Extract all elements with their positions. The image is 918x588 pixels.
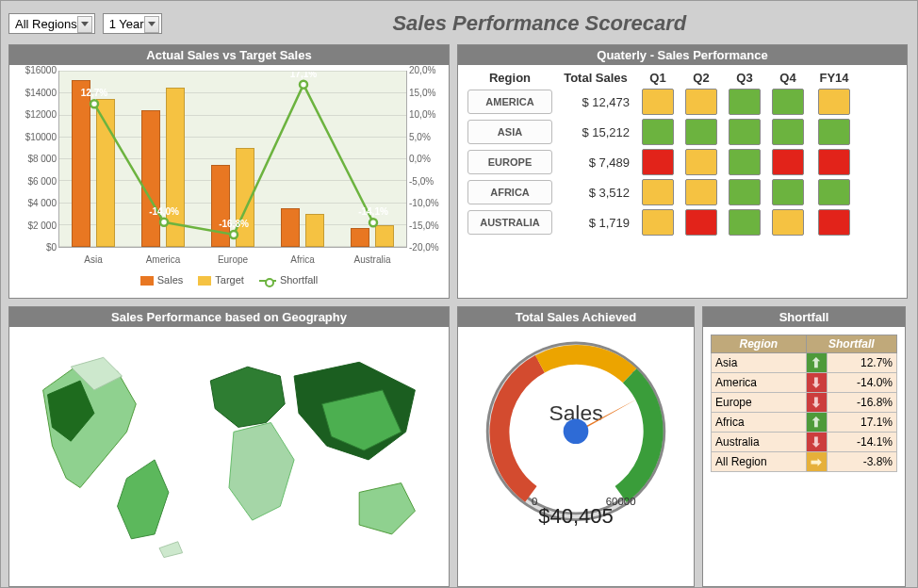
svg-text:-16,8%: -16,8%: [219, 219, 249, 229]
status-box: [818, 149, 850, 175]
status-box: [685, 119, 717, 145]
gauge-value: $40,405: [538, 504, 614, 529]
quarterly-header: Region Total Sales Q1 Q2 Q3 Q4 FY14: [467, 71, 897, 85]
panel-bar-chart: Actual Sales vs Target Sales 12,7%-14,0%…: [8, 44, 450, 299]
status-box: [642, 149, 674, 175]
status-box: [685, 89, 717, 115]
trend-arrow-icon: ➡: [806, 452, 827, 472]
svg-point-0: [90, 100, 98, 107]
status-box: [685, 209, 717, 236]
panel-geo-map: Sales Performance based on Geography: [8, 306, 450, 587]
page-title: Sales Performance Scorecard: [170, 11, 910, 36]
shortfall-row: Europe⬇-16.8%: [712, 393, 897, 413]
status-box: [818, 89, 850, 115]
x-axis-label: Asia: [65, 254, 122, 265]
shortfall-region: Europe: [712, 393, 807, 413]
quarterly-row: AFRICA$ 3,512: [467, 179, 897, 205]
shortfall-row: Australia⬇-14.1%: [712, 433, 897, 452]
shortfall-region: All Region: [712, 452, 807, 472]
region-cell[interactable]: AMERICA: [467, 90, 552, 114]
legend-sales: Sales: [140, 274, 184, 286]
bar-legend: Sales Target Shortfall: [9, 270, 449, 291]
total-sales-cell: $ 1,719: [558, 216, 633, 230]
status-box: [818, 119, 850, 145]
svg-point-2: [160, 219, 168, 226]
status-box: [685, 179, 717, 205]
status-box: [729, 119, 761, 145]
shortfall-row: Asia⬆12.7%: [712, 353, 897, 373]
region-cell[interactable]: AUSTRALIA: [467, 210, 552, 235]
quarterly-row: AUSTRALIA$ 1,719: [467, 209, 897, 236]
shortfall-row: Africa⬆17.1%: [712, 413, 897, 433]
status-box: [729, 149, 761, 175]
trend-arrow-icon: ⬆: [806, 413, 827, 433]
svg-text:12,7%: 12,7%: [81, 88, 107, 98]
svg-text:-14,0%: -14,0%: [149, 206, 179, 217]
status-box: [729, 179, 761, 205]
quarterly-row: EUROPE$ 7,489: [467, 149, 897, 175]
panel-quarterly: Quaterly - Sales Performance Region Tota…: [457, 44, 908, 299]
trend-arrow-icon: ⬇: [806, 393, 827, 413]
region-cell[interactable]: AFRICA: [467, 180, 552, 204]
status-box: [772, 149, 804, 175]
quarterly-table: Region Total Sales Q1 Q2 Q3 Q4 FY14 AMER…: [458, 65, 907, 245]
shortfall-region: America: [712, 373, 807, 393]
x-axis-label: Australia: [344, 254, 401, 265]
status-box: [642, 89, 674, 115]
panel-shortfall: Shortfall Region Shortfall Asia⬆12.7%Ame…: [702, 306, 906, 587]
status-box: [772, 119, 804, 145]
trend-arrow-icon: ⬇: [806, 433, 827, 452]
total-sales-cell: $ 15,212: [558, 125, 633, 139]
svg-text:17,1%: 17,1%: [290, 72, 317, 79]
shortfall-value: 12.7%: [827, 353, 896, 373]
legend-shortfall: Shortfall: [259, 274, 318, 286]
shortfall-table: Region Shortfall Asia⬆12.7%America⬇-14.0…: [711, 335, 897, 472]
region-cell[interactable]: EUROPE: [467, 150, 552, 174]
panel-title-bar: Actual Sales vs Target Sales: [9, 45, 449, 65]
svg-text:-14,1%: -14,1%: [358, 206, 388, 217]
quarterly-row: ASIA$ 15,212: [467, 119, 897, 145]
legend-target: Target: [198, 274, 244, 286]
shortfall-value: 17.1%: [827, 413, 896, 433]
total-sales-cell: $ 3,512: [558, 186, 633, 200]
region-cell[interactable]: ASIA: [467, 120, 552, 144]
shortfall-value: -14.0%: [827, 373, 896, 393]
shortfall-value: -16.8%: [827, 393, 896, 413]
region-filter-dropdown[interactable]: All Regions: [8, 13, 95, 34]
x-axis-label: America: [135, 254, 191, 265]
trend-arrow-icon: ⬇: [806, 373, 827, 393]
gauge-svg: Sales 0 60000: [472, 333, 680, 521]
period-filter-dropdown[interactable]: 1 Year: [103, 13, 162, 34]
shortfall-row: All Region➡-3.8%: [712, 452, 897, 472]
trend-arrow-icon: ⬆: [806, 353, 827, 373]
status-box: [818, 179, 850, 205]
svg-point-17: [564, 418, 589, 444]
x-axis-label: Europe: [205, 254, 261, 265]
dashboard-root: All Regions 1 Year Sales Performance Sco…: [0, 0, 918, 588]
status-box: [642, 179, 674, 205]
status-box: [729, 209, 761, 236]
shortfall-row: America⬇-14.0%: [712, 373, 897, 393]
shortfall-region: Australia: [712, 433, 807, 452]
shortfall-line: 12,7%-14,0%-16,8%17,1%-14,1%: [59, 72, 406, 247]
status-box: [772, 89, 804, 115]
status-box: [772, 209, 804, 236]
total-sales-cell: $ 7,489: [558, 155, 633, 170]
status-box: [729, 89, 761, 115]
world-map: [9, 327, 449, 583]
shortfall-value: -14.1%: [827, 433, 896, 452]
svg-point-8: [369, 219, 377, 226]
svg-point-4: [230, 231, 238, 238]
shortfall-region: Asia: [712, 353, 807, 373]
gauge: Sales 0 60000 $40,405: [458, 327, 694, 529]
quarterly-row: AMERICA$ 12,473: [467, 89, 897, 115]
bar-chart: 12,7%-14,0%-16,8%17,1%-14,1%$0$2 000$4 0…: [9, 65, 449, 270]
header: All Regions 1 Year Sales Performance Sco…: [8, 8, 910, 39]
bottom-row: Sales Performance based on Geography: [8, 306, 908, 587]
shortfall-region: Africa: [712, 413, 807, 433]
svg-point-6: [300, 81, 307, 89]
panel-title-gauge: Total Sales Achieved: [458, 307, 694, 327]
panel-title-geo: Sales Performance based on Geography: [9, 307, 449, 327]
panel-title-quarterly: Quaterly - Sales Performance: [458, 45, 907, 65]
status-box: [818, 209, 850, 236]
